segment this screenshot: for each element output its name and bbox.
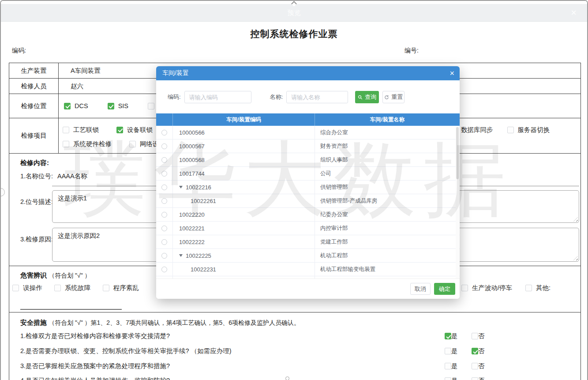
table-row[interactable]: 10022231 机动工程部输变电装置 <box>156 263 460 276</box>
table-row[interactable]: 10022220 纪委办公室 <box>156 208 460 222</box>
other-checkbox[interactable] <box>525 285 532 291</box>
tag-desc-label: 2.位号描述: <box>20 198 53 206</box>
project-option[interactable]: 设备联锁 <box>116 126 153 134</box>
server-switch-checkbox[interactable] <box>507 127 514 133</box>
section-hint: （符合划 "√" ）第1、2、3、7项共同确认，第4项工艺确认，第5、6项检修及… <box>49 319 300 326</box>
table-row[interactable]: 10000567 财务资产部 <box>156 139 460 153</box>
plc-checkbox[interactable] <box>148 103 154 109</box>
safety-question: 4.是否已告知相关岗位人员并加强操作、监控和防护? 是 否 <box>20 376 581 380</box>
sis-checkbox[interactable] <box>108 103 114 109</box>
yes-answer[interactable]: 是 <box>445 376 458 380</box>
modal-table-scrollbar[interactable] <box>456 126 459 285</box>
yes-answer[interactable]: 是 <box>445 362 458 370</box>
hazard-option[interactable]: 其他: <box>525 284 551 292</box>
window-close-icon[interactable]: × <box>571 7 577 19</box>
equipment-interlock-checkbox[interactable] <box>116 127 123 133</box>
program-disorder-checkbox[interactable] <box>103 285 109 291</box>
network-device-checkbox[interactable] <box>129 141 136 147</box>
row-label: 生产装置 <box>9 63 59 78</box>
modal-close-icon[interactable]: × <box>449 69 454 77</box>
refresh-icon <box>384 95 389 100</box>
side-drawer-handle[interactable] <box>0 188 5 196</box>
other-fill-line <box>20 309 122 310</box>
dcs-checkbox[interactable] <box>64 103 71 109</box>
production-fluctuation-checkbox[interactable] <box>461 285 468 291</box>
radio-column-header <box>156 113 173 126</box>
expand-caret-icon[interactable] <box>179 186 183 188</box>
safety-question: 1.检修双方是否已对检修内容和检修要求等交接清楚? 是 否 <box>20 332 581 342</box>
no-answer[interactable]: 否 <box>472 347 485 355</box>
q1-no-checkbox[interactable] <box>472 333 478 339</box>
table-row[interactable]: 10022261 供销管理部-产成品库房 <box>156 194 460 208</box>
cancel-button[interactable]: 取消 <box>410 283 431 295</box>
query-button[interactable]: 查询 <box>355 91 379 103</box>
search-name-label: 名称: <box>270 93 283 101</box>
section-hint: （符合划 "√" ） <box>49 272 90 279</box>
project-option[interactable]: 服务器切换 <box>507 126 550 134</box>
modal-table-body: 10000566 综合办公室 10000567 财务资产部 10000568 组… <box>156 126 460 286</box>
process-interlock-checkbox[interactable] <box>63 127 69 133</box>
row-radio[interactable] <box>161 157 167 163</box>
hazard-option[interactable]: 系统故障 <box>54 284 90 292</box>
table-row[interactable]: 10000568 组织人事部 <box>156 153 460 167</box>
row-radio[interactable] <box>161 198 167 204</box>
table-row[interactable]: 10017744 公司 <box>156 167 460 181</box>
q2-no-checkbox[interactable] <box>472 348 478 354</box>
section-title: 危害辨识 （符合划 "√" ） <box>20 271 91 280</box>
search-code-label: 编码: <box>168 93 181 101</box>
q2-yes-checkbox[interactable] <box>445 348 451 354</box>
hazard-option[interactable]: 误操作 <box>12 284 42 292</box>
section-title: 检修内容: <box>20 159 49 167</box>
table-row[interactable]: 10022225 机动工程部 <box>156 249 460 263</box>
system-fault-checkbox[interactable] <box>54 285 61 291</box>
titlebar: 预览 × <box>1 4 587 22</box>
search-name-input[interactable] <box>286 91 348 103</box>
table-row[interactable]: 10000566 综合办公室 <box>156 126 460 139</box>
modal-title: 车间/装置 <box>162 69 189 77</box>
confirm-button[interactable]: 确定 <box>434 283 455 295</box>
row-radio[interactable] <box>161 130 167 135</box>
safety-question: 3.是否已掌握相关应急预案中的紧急处理程序和措施? 是 否 <box>20 362 581 372</box>
project-option[interactable]: 系统硬件检修 <box>63 140 112 148</box>
modal-table-header: 车间/装置编码 车间/装置名称 <box>156 113 460 126</box>
q3-yes-checkbox[interactable] <box>445 363 451 369</box>
misoperation-checkbox[interactable] <box>12 285 19 291</box>
reset-button[interactable]: 重置 <box>382 91 404 103</box>
row-radio[interactable] <box>161 143 167 149</box>
position-option[interactable]: DCS <box>64 102 88 109</box>
row-label: 检修位置 <box>9 94 59 118</box>
no-answer[interactable]: 否 <box>472 362 485 370</box>
name-column-header: 车间/装置名称 <box>315 113 460 126</box>
no-answer[interactable]: 否 <box>472 332 485 340</box>
table-row[interactable]: 10022221 内控审计部 <box>156 222 460 235</box>
reason-label: 3.检修原因: <box>20 235 53 244</box>
hazard-option[interactable]: 生产波动/停车 <box>461 284 512 292</box>
row-radio[interactable] <box>161 212 167 218</box>
system-hardware-checkbox[interactable] <box>63 141 69 147</box>
table-row[interactable]: 10022216 供销管理部 <box>156 181 460 194</box>
row-radio[interactable] <box>161 171 167 177</box>
row-radio[interactable] <box>161 226 167 231</box>
safety-section: 安全措施 （符合划 "√" ）第1、2、3、7项共同确认，第4项工艺确认，第5、… <box>9 312 581 380</box>
yes-answer[interactable]: 是 <box>445 347 458 355</box>
position-option[interactable]: SIS <box>108 102 128 109</box>
table-row[interactable]: 10022222 党建工作部 <box>156 235 460 249</box>
expand-caret-icon[interactable] <box>179 254 183 257</box>
row-radio[interactable] <box>161 239 167 245</box>
row-radio[interactable] <box>161 184 167 190</box>
safety-question: 2.是否需要办理联锁、变更、控制系统作业等相关审批手续? （如需应办理) 是 否 <box>20 347 581 357</box>
q1-yes-checkbox[interactable] <box>445 333 451 339</box>
project-option[interactable]: 工艺联锁 <box>63 126 99 134</box>
search-code-input[interactable] <box>184 91 251 103</box>
mini-circle <box>285 376 289 380</box>
search-icon <box>358 95 363 100</box>
q3-no-checkbox[interactable] <box>472 363 478 369</box>
workshop-device-modal: 车间/装置 × 编码: 名称: 查询 重置 <box>156 66 460 299</box>
yes-answer[interactable]: 是 <box>445 332 458 340</box>
modal-search-bar: 编码: 名称: 查询 重置 <box>168 91 455 103</box>
hazard-option[interactable]: 程序紊乱 <box>103 284 139 292</box>
row-radio[interactable] <box>161 253 167 259</box>
row-radio[interactable] <box>161 267 167 272</box>
name-tag-value: AAAA名称 <box>57 172 87 181</box>
no-answer[interactable]: 否 <box>472 376 485 380</box>
